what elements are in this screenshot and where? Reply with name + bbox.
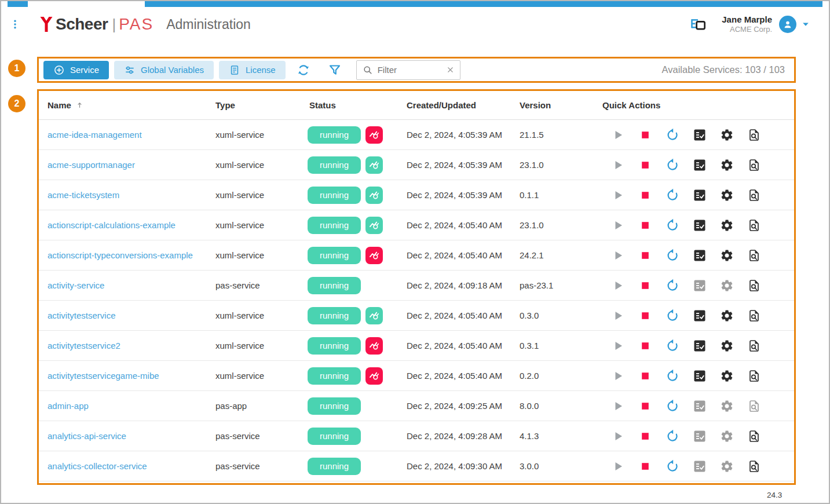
service-name-link[interactable]: activitytestservice	[47, 311, 116, 320]
view-logs-button[interactable]	[744, 185, 764, 205]
column-header-type[interactable]: Type	[215, 100, 308, 110]
session-log-button[interactable]	[690, 246, 710, 265]
monitoring-button[interactable]	[365, 126, 383, 144]
restart-service-button[interactable]	[663, 185, 682, 205]
service-name-link[interactable]: analytics-api-service	[47, 431, 126, 441]
start-service-button[interactable]	[608, 155, 628, 175]
start-service-button[interactable]	[608, 306, 628, 326]
view-logs-button[interactable]	[744, 306, 764, 326]
stop-service-button[interactable]	[635, 366, 655, 386]
view-logs-button[interactable]	[744, 336, 764, 356]
view-logs-button[interactable]	[744, 246, 764, 265]
stop-service-button[interactable]	[635, 125, 655, 145]
service-settings-button[interactable]	[717, 456, 737, 476]
restart-service-button[interactable]	[663, 336, 682, 356]
restart-service-button[interactable]	[663, 155, 682, 175]
stop-service-button[interactable]	[635, 336, 655, 356]
service-settings-button[interactable]	[717, 216, 737, 235]
start-service-button[interactable]	[608, 456, 628, 476]
view-logs-button[interactable]	[744, 276, 764, 295]
restart-service-button[interactable]	[663, 246, 682, 265]
view-logs-button[interactable]	[744, 426, 764, 446]
session-log-button[interactable]	[690, 426, 710, 446]
view-logs-button[interactable]	[744, 216, 764, 235]
service-name-link[interactable]: analytics-collector-service	[47, 461, 147, 471]
session-log-button[interactable]	[690, 276, 710, 295]
service-settings-button[interactable]	[717, 336, 737, 356]
service-name-link[interactable]: acme-idea-management	[47, 130, 142, 140]
column-header-created[interactable]: Created/Updated	[407, 100, 520, 110]
session-log-button[interactable]	[690, 336, 710, 356]
menu-kebab-icon[interactable]	[9, 17, 21, 32]
session-log-button[interactable]	[690, 125, 710, 145]
start-service-button[interactable]	[608, 276, 628, 295]
restart-service-button[interactable]	[663, 426, 682, 446]
stop-service-button[interactable]	[635, 426, 655, 446]
license-button[interactable]: License	[219, 61, 286, 79]
avatar[interactable]	[779, 16, 796, 33]
view-logs-button[interactable]	[744, 155, 764, 175]
app-switcher-icon[interactable]	[689, 16, 707, 32]
service-name-link[interactable]: acme-ticketsystem	[47, 190, 119, 200]
restart-service-button[interactable]	[663, 125, 682, 145]
view-logs-button[interactable]	[744, 366, 764, 386]
service-settings-button[interactable]	[717, 125, 737, 145]
monitoring-button[interactable]	[365, 187, 383, 204]
monitoring-button[interactable]	[365, 337, 383, 355]
session-log-button[interactable]	[690, 185, 710, 205]
refresh-button[interactable]	[294, 60, 313, 80]
stop-service-button[interactable]	[635, 246, 655, 265]
stop-service-button[interactable]	[635, 185, 655, 205]
stop-service-button[interactable]	[635, 306, 655, 326]
start-service-button[interactable]	[608, 366, 628, 386]
restart-service-button[interactable]	[663, 456, 682, 476]
stop-service-button[interactable]	[635, 155, 655, 175]
add-service-button[interactable]: Service	[43, 61, 109, 79]
restart-service-button[interactable]	[663, 216, 682, 235]
start-service-button[interactable]	[608, 246, 628, 265]
session-log-button[interactable]	[690, 306, 710, 326]
monitoring-button[interactable]	[365, 156, 383, 174]
column-header-name[interactable]: Name	[39, 100, 215, 110]
session-log-button[interactable]	[690, 216, 710, 235]
service-name-link[interactable]: admin-app	[47, 401, 89, 411]
filter-input[interactable]	[378, 65, 441, 75]
filter-toggle-button[interactable]	[325, 60, 345, 80]
start-service-button[interactable]	[608, 216, 628, 235]
column-header-version[interactable]: Version	[520, 100, 602, 110]
session-log-button[interactable]	[690, 396, 710, 416]
monitoring-button[interactable]	[365, 367, 383, 385]
stop-service-button[interactable]	[635, 456, 655, 476]
column-header-status[interactable]: Status	[308, 100, 407, 110]
start-service-button[interactable]	[608, 396, 628, 416]
start-service-button[interactable]	[608, 426, 628, 446]
global-variables-button[interactable]: Global Variables	[114, 61, 214, 79]
restart-service-button[interactable]	[663, 306, 682, 326]
start-service-button[interactable]	[608, 125, 628, 145]
stop-service-button[interactable]	[635, 396, 655, 416]
clear-filter-button[interactable]	[446, 65, 455, 74]
start-service-button[interactable]	[608, 336, 628, 356]
start-service-button[interactable]	[608, 185, 628, 205]
service-name-link[interactable]: actionscript-calculations-example	[47, 220, 175, 230]
monitoring-button[interactable]	[365, 247, 383, 264]
view-logs-button[interactable]	[744, 456, 764, 476]
restart-service-button[interactable]	[663, 366, 682, 386]
user-menu-caret-icon[interactable]	[801, 20, 810, 29]
restart-service-button[interactable]	[663, 276, 682, 295]
service-settings-button[interactable]	[717, 366, 737, 386]
service-name-link[interactable]: activity-service	[47, 280, 104, 290]
service-settings-button[interactable]	[717, 155, 737, 175]
session-log-button[interactable]	[690, 456, 710, 476]
service-name-link[interactable]: acme-supportmanager	[47, 160, 135, 170]
service-name-link[interactable]: activitytestservicegame-mibe	[47, 371, 159, 381]
view-logs-button[interactable]	[744, 125, 764, 145]
service-name-link[interactable]: activitytestservice2	[47, 341, 120, 350]
service-settings-button[interactable]	[717, 276, 737, 295]
service-settings-button[interactable]	[717, 246, 737, 265]
monitoring-button[interactable]	[365, 307, 383, 324]
view-logs-button[interactable]	[744, 396, 764, 416]
service-settings-button[interactable]	[717, 426, 737, 446]
service-settings-button[interactable]	[717, 306, 737, 326]
session-log-button[interactable]	[690, 366, 710, 386]
